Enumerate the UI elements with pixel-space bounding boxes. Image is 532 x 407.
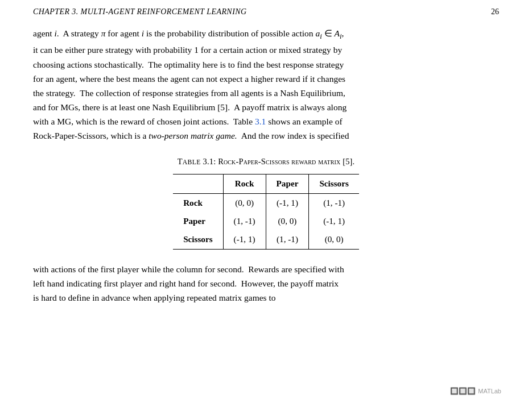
row-label-scissors: Scissors <box>173 230 223 249</box>
table-row: Rock (0, 0) (-1, 1) (1, -1) <box>173 193 359 212</box>
header-paper: Paper <box>266 175 309 193</box>
body2-line1: with actions of the first player while t… <box>33 262 499 276</box>
body-text-line6: and for MGs, there is at least one Nash … <box>33 100 499 114</box>
body-text-line3: choosing actions stochastically. The opt… <box>33 57 499 72</box>
rps-table: Rock Paper Scissors Rock (0, 0) (-1, 1) … <box>173 174 359 249</box>
body-text-line4: for an agent, where the best means the a… <box>33 72 499 86</box>
watermark-text: MATLab <box>478 387 501 397</box>
header-rock: Rock <box>223 175 266 193</box>
page-number: 26 <box>491 6 499 18</box>
cell-scissors-rock: (-1, 1) <box>223 230 266 249</box>
watermark-icons: 🔲🔲🔲 <box>450 386 476 397</box>
body-text-line2: it can be either pure strategy with prob… <box>33 43 499 57</box>
watermark: 🔲🔲🔲 MATLab <box>450 386 501 397</box>
cell-paper-scissors: (-1, 1) <box>309 212 359 230</box>
table-caption-prefix: TABLE 3.1: <box>178 157 216 166</box>
body-paragraph-2: with actions of the first player while t… <box>33 262 499 305</box>
cell-rock-paper: (-1, 1) <box>266 193 309 212</box>
page-header: CHAPTER 3. MULTI-AGENT REINFORCEMENT LEA… <box>33 0 499 26</box>
cell-rock-rock: (0, 0) <box>223 193 266 212</box>
header-scissors: Scissors <box>309 175 359 193</box>
page: CHAPTER 3. MULTI-AGENT REINFORCEMENT LEA… <box>0 0 532 407</box>
cell-paper-paper: (0, 0) <box>266 212 309 230</box>
body2-line2: left hand indicating first player and ri… <box>33 276 499 290</box>
body-text-line8: Rock-Paper-Scissors, which is a two-pers… <box>33 128 499 143</box>
body-text-line7: with a MG, which is the reward of chosen… <box>33 114 499 128</box>
cell-rock-scissors: (1, -1) <box>309 193 359 212</box>
table-section: TABLE 3.1: Rock-Paper-Scissors reward ma… <box>33 155 499 249</box>
table-row: Paper (1, -1) (0, 0) (-1, 1) <box>173 212 359 230</box>
cell-scissors-scissors: (0, 0) <box>309 230 359 249</box>
chapter-title: CHAPTER 3. MULTI-AGENT REINFORCEMENT LEA… <box>33 6 247 18</box>
cell-paper-rock: (1, -1) <box>223 212 266 230</box>
body-text-line5: the strategy. The collection of response… <box>33 86 499 100</box>
table-caption: TABLE 3.1: Rock-Paper-Scissors reward ma… <box>33 155 499 168</box>
body-paragraph-1: agent i. A strategy π for agent i is the… <box>33 26 499 143</box>
table-row: Scissors (-1, 1) (1, -1) (0, 0) <box>173 230 359 249</box>
row-label-paper: Paper <box>173 212 223 230</box>
body-text-line1: agent i. A strategy π for agent i is the… <box>33 26 499 43</box>
header-empty <box>173 175 223 193</box>
body2-line3: is hard to define in advance when applyi… <box>33 290 499 305</box>
cell-scissors-paper: (1, -1) <box>266 230 309 249</box>
italic-phrase: two-person matrix game. <box>149 131 237 140</box>
table-reference[interactable]: 3.1 <box>255 117 266 126</box>
table-caption-text: Rock-Paper-Scissors reward matrix [5]. <box>218 157 354 166</box>
row-label-rock: Rock <box>173 193 223 212</box>
table-header-row: Rock Paper Scissors <box>173 175 359 193</box>
